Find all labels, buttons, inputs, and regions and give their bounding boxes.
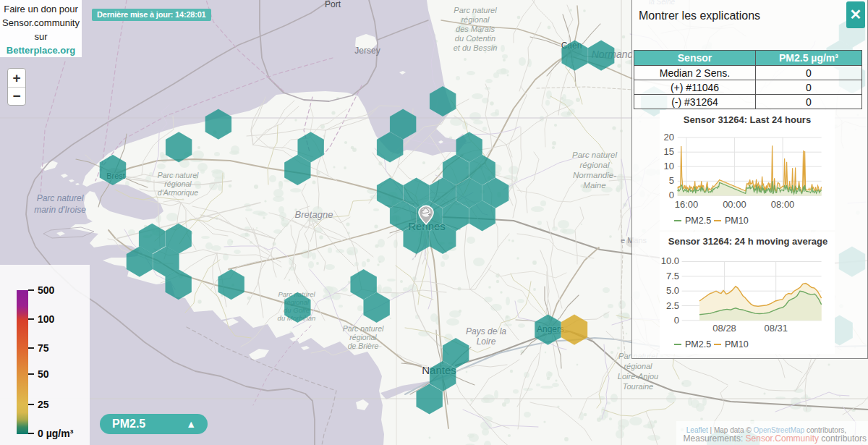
svg-text:Jersey: Jersey [354, 46, 380, 56]
svg-text:Maine: Maine [583, 181, 605, 190]
svg-text:PM10: PM10 [725, 216, 749, 226]
svg-text:PM2.5: PM2.5 [685, 339, 711, 349]
svg-text:Sensor 31264: Last 24 hours: Sensor 31264: Last 24 hours [684, 114, 811, 125]
svg-text:5: 5 [669, 175, 674, 186]
svg-text:Parc naturel: Parc naturel [158, 171, 199, 179]
svg-text:Port: Port [325, 0, 341, 9]
svg-text:Loire-Anjou: Loire-Anjou [618, 372, 658, 381]
svg-text:Parc naturel: Parc naturel [454, 6, 497, 14]
svg-text:0: 0 [669, 190, 674, 200]
svg-text:régional: régional [164, 179, 192, 188]
svg-text:10: 10 [664, 161, 674, 171]
svg-text:Pays de la: Pays de la [466, 326, 506, 336]
svg-text:Normandie-: Normandie- [573, 171, 616, 179]
svg-text:Parc naturel: Parc naturel [343, 324, 384, 333]
svg-text:régional: régional [349, 333, 377, 342]
svg-text:du Cotentin: du Cotentin [455, 34, 495, 43]
svg-text:08:00: 08:00 [771, 199, 795, 210]
svg-text:00:00: 00:00 [723, 199, 746, 210]
svg-text:régional: régional [624, 362, 652, 370]
svg-text:des Marais: des Marais [456, 25, 495, 33]
svg-text:2.5: 2.5 [666, 300, 679, 311]
svg-text:15: 15 [664, 146, 674, 157]
svg-text:0: 0 [674, 315, 679, 326]
svg-text:08/28: 08/28 [712, 323, 736, 334]
svg-text:PM10: PM10 [725, 339, 749, 349]
svg-text:Loire: Loire [477, 336, 496, 347]
svg-text:Sensor 31264: 24 h moving aver: Sensor 31264: 24 h moving average [668, 236, 827, 247]
svg-text:Touraine: Touraine [623, 382, 653, 391]
svg-text:7.5: 7.5 [666, 271, 679, 281]
svg-text:PM2.5: PM2.5 [685, 216, 711, 226]
svg-text:d'Armorique: d'Armorique [158, 188, 198, 197]
svg-text:Parc naturel: Parc naturel [37, 193, 84, 203]
svg-text:de Brière: de Brière [348, 342, 379, 350]
svg-text:Bretagne: Bretagne [295, 209, 333, 220]
svg-text:10.0: 10.0 [661, 255, 679, 266]
svg-text:marin d'Iroise: marin d'Iroise [34, 205, 86, 215]
svg-text:régional: régional [580, 161, 610, 169]
svg-text:20: 20 [664, 132, 674, 143]
svg-text:16:00: 16:00 [675, 199, 699, 210]
svg-text:Parc naturel: Parc naturel [572, 151, 617, 159]
svg-text:régional: régional [461, 15, 490, 24]
svg-text:et du Bessin: et du Bessin [454, 43, 498, 52]
svg-text:5.0: 5.0 [666, 285, 679, 296]
svg-text:08/31: 08/31 [764, 323, 788, 334]
